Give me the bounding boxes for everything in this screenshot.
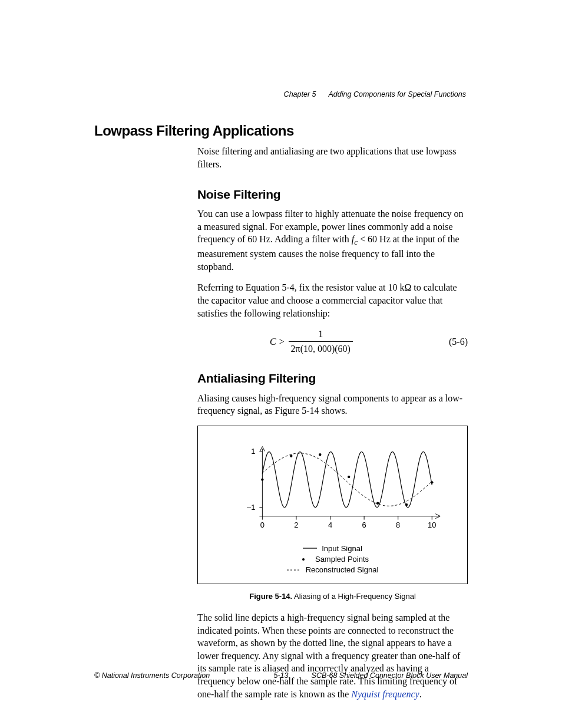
ytick--1: –1 — [247, 503, 255, 512]
svg-point-21 — [405, 503, 408, 506]
equation-row: C > 1 2π(10, 000)(60) (5-6) — [197, 328, 468, 355]
equation-5-6: C > 1 2π(10, 000)(60) — [270, 328, 353, 355]
nyquist-link[interactable]: Nyquist frequency — [351, 689, 419, 699]
chapter-title: Adding Components for Special Functions — [329, 90, 466, 98]
svg-point-19 — [348, 476, 350, 478]
svg-point-20 — [376, 502, 379, 504]
svg-text:4: 4 — [328, 521, 332, 529]
equation-number: (5-6) — [449, 335, 468, 348]
svg-text:0: 0 — [260, 521, 265, 529]
svg-text:6: 6 — [362, 521, 366, 529]
reconstructed-line — [262, 453, 432, 506]
svg-text:8: 8 — [396, 521, 400, 529]
input-signal-line — [262, 452, 432, 507]
running-header: Chapter 5 Adding Components for Special … — [284, 90, 466, 100]
figure-caption: Figure 5-14. Aliasing of a High-Frequenc… — [197, 591, 468, 602]
svg-point-22 — [431, 481, 433, 483]
section-heading: Lowpass Filtering Applications — [94, 121, 468, 140]
ytick-1: 1 — [251, 447, 255, 456]
sampled-points — [261, 453, 433, 506]
footer-left: © National Instruments Corporation — [94, 671, 210, 681]
svg-text:10: 10 — [428, 521, 436, 529]
figure-legend: Input Signal Sampled Points Reconstructe… — [210, 543, 455, 576]
footer-page-number: 5-13 — [273, 671, 288, 681]
anti-p1: Aliasing causes high-frequency signal co… — [197, 392, 468, 417]
anti-p2: The solid line depicts a high-frequency … — [197, 611, 468, 700]
noise-p2: Referring to Equation 5-4, fix the resis… — [197, 281, 468, 319]
svg-point-16 — [261, 478, 263, 480]
figure-5-14: 1 –1 0 2 4 6 8 10 — [197, 426, 468, 584]
svg-point-24 — [302, 558, 305, 561]
noise-p1: You can use a lowpass filter to highly a… — [197, 207, 468, 274]
svg-point-18 — [319, 453, 321, 456]
svg-point-17 — [290, 454, 292, 457]
section-intro: Noise filtering and antialiasing are two… — [197, 145, 468, 170]
svg-text:2: 2 — [294, 521, 298, 529]
aliasing-plot: 1 –1 0 2 4 6 8 10 — [210, 437, 455, 537]
chapter-label: Chapter 5 — [284, 90, 316, 98]
subsection-noise: Noise Filtering — [197, 186, 468, 203]
footer-right: SCB-68 Shielded Connector Block User Man… — [312, 671, 468, 681]
page-footer: © National Instruments Corporation 5-13 … — [94, 671, 468, 681]
subsection-antialiasing: Antialiasing Filtering — [197, 370, 468, 387]
